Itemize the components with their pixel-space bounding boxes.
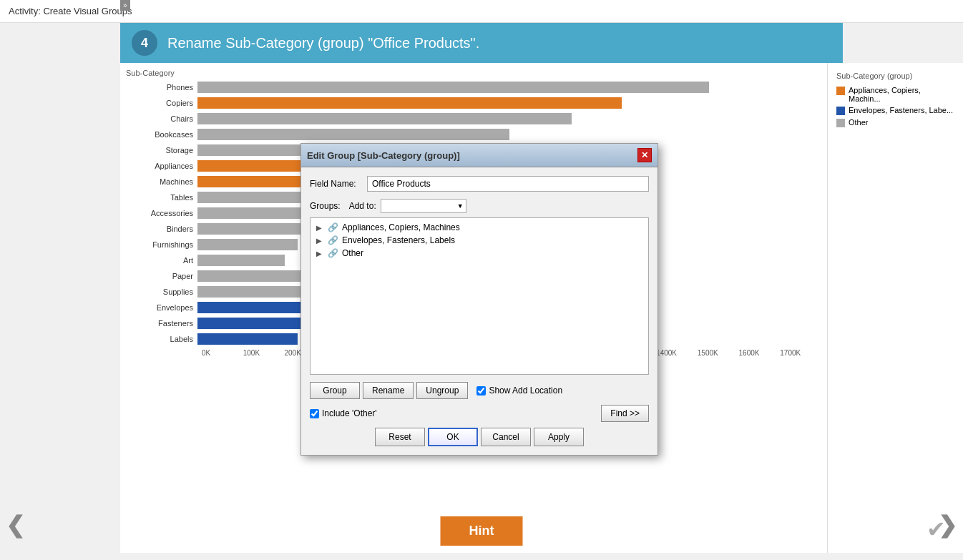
dialog-titlebar: Edit Group [Sub-Category (group)] ✕ (301, 144, 658, 167)
ok-cancel-apply-row: Reset OK Cancel Apply (310, 428, 649, 446)
ok-button[interactable]: OK (428, 428, 478, 446)
apply-button[interactable]: Apply (534, 428, 584, 446)
edit-group-dialog: Edit Group [Sub-Category (group)] ✕ Fiel… (300, 143, 658, 456)
ungroup-button[interactable]: Ungroup (416, 382, 468, 399)
show-add-location-row: Show Add Location (476, 385, 649, 396)
include-other-checkbox[interactable] (310, 409, 319, 418)
group-list-item[interactable]: ▶ 🔗 Other (313, 247, 645, 260)
dialog-body: Field Name: Groups: Add to: ▶ 🔗 Applianc… (301, 167, 658, 455)
expand-arrow-icon: ▶ (316, 250, 325, 257)
rename-button[interactable]: Rename (363, 382, 414, 399)
cancel-button[interactable]: Cancel (481, 428, 531, 446)
field-name-label: Field Name: (310, 179, 367, 189)
show-add-location-label: Show Add Location (489, 385, 562, 396)
groups-label: Groups: (310, 201, 341, 211)
group-list-item[interactable]: ▶ 🔗 Envelopes, Fasteners, Labels (313, 234, 645, 247)
reset-button[interactable]: Reset (375, 428, 425, 446)
include-other-row-label: Include 'Other' (310, 408, 377, 418)
field-name-row: Field Name: (310, 176, 649, 192)
expand-arrow-icon: ▶ (316, 224, 325, 232)
add-to-wrapper (381, 199, 466, 213)
include-other-row: Include 'Other' Find >> (310, 405, 649, 422)
expand-arrow-icon: ▶ (316, 237, 325, 245)
group-link-icon: 🔗 (328, 222, 338, 232)
field-name-input[interactable] (367, 176, 649, 192)
groups-list[interactable]: ▶ 🔗 Appliances, Copiers, Machines ▶ 🔗 En… (310, 217, 649, 375)
find-button[interactable]: Find >> (601, 405, 649, 422)
group-link-icon: 🔗 (328, 235, 338, 245)
group-button[interactable]: Group (310, 382, 360, 399)
dialog-overlay: Edit Group [Sub-Category (group)] ✕ Fiel… (0, 0, 963, 560)
add-to-label: Add to: (349, 201, 376, 211)
group-item-label: Envelopes, Fasteners, Labels (342, 235, 455, 245)
groups-row: Groups: Add to: (310, 199, 649, 213)
action-buttons-row: Group Rename Ungroup Show Add Location (310, 382, 649, 399)
dialog-title: Edit Group [Sub-Category (group)] (307, 150, 460, 161)
add-to-select[interactable] (381, 199, 466, 213)
group-link-icon: 🔗 (328, 248, 338, 258)
group-list-item[interactable]: ▶ 🔗 Appliances, Copiers, Machines (313, 221, 645, 234)
group-item-label: Appliances, Copiers, Machines (342, 222, 460, 232)
include-other-label: Include 'Other' (322, 408, 377, 418)
group-item-label: Other (342, 248, 363, 258)
dialog-close-button[interactable]: ✕ (637, 148, 652, 162)
show-add-location-checkbox[interactable] (476, 386, 486, 396)
